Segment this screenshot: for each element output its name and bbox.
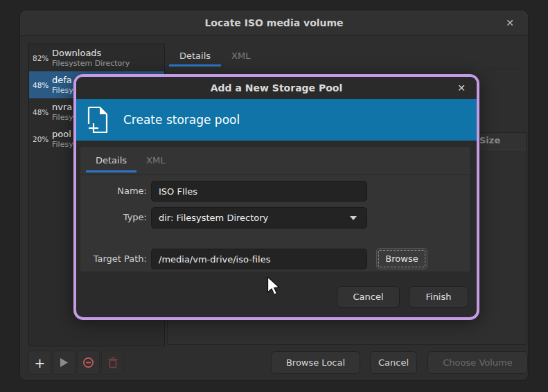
window-titlebar[interactable]: Locate ISO media volume ✕ [20,10,528,36]
pool-type: Filesy [52,113,73,122]
name-input[interactable] [151,181,367,202]
pool-usage-percent: 82% [33,54,52,62]
type-dropdown[interactable]: dir: Filesystem Directory [151,207,367,229]
window-title: Locate ISO media volume [204,17,343,28]
pool-name: pool [52,129,73,140]
pool-usage-percent: 48% [33,81,52,89]
tab-details[interactable]: Details [169,44,221,66]
pool-usage-percent: 20% [33,135,52,143]
dialog-cancel-label: Cancel [353,292,383,302]
plus-icon: + [35,355,46,371]
choose-volume-button[interactable]: Choose Volume [427,351,528,374]
tab-details[interactable]: Details [86,147,136,172]
pool-name: nvra [52,102,73,113]
dialog-title: Add a New Storage Pool [211,82,343,93]
new-document-icon [86,105,109,134]
chevron-down-icon [350,216,357,220]
target-path-input[interactable] [151,249,367,269]
name-label: Name: [80,186,147,196]
pool-name: defa [52,75,73,86]
create-pool-banner: Create storage pool [76,99,477,141]
cancel-label: Cancel [378,357,409,368]
banner-title: Create storage pool [123,113,240,127]
dialog-finish-label: Finish [425,292,451,302]
pool-type: Filesy [52,86,73,95]
delete-pool-button[interactable] [101,350,124,375]
size-column-header[interactable]: Size [479,135,500,145]
trash-icon [107,357,118,368]
target-path-label: Target Path: [78,253,147,264]
dialog-finish-button[interactable]: Finish [409,286,468,308]
pool-name: Downloads [52,48,130,59]
browse-label: Browse [385,253,418,264]
type-label: Type: [80,212,147,222]
stop-pool-button[interactable] [77,350,100,375]
pool-details-tabbar: DetailsXML [167,44,527,69]
stop-circle-icon [82,357,94,368]
start-pool-button[interactable] [53,350,76,375]
tab-xml[interactable]: XML [136,147,175,172]
browse-button[interactable]: Browse [376,248,427,269]
pool-list-item[interactable]: 82%DownloadsFilesystem Directory [29,44,164,71]
pool-type: Filesy [52,140,73,149]
add-storage-pool-dialog: Add a New Storage Pool ✕ Create storage … [73,74,479,320]
dialog-close-icon[interactable]: ✕ [457,82,466,93]
window-close-icon[interactable]: ✕ [506,17,514,28]
pool-type: Filesystem Directory [52,59,130,68]
browse-local-button[interactable]: Browse Local [271,351,360,374]
add-pool-button[interactable]: + [28,350,51,375]
dialog-cancel-button[interactable]: Cancel [337,286,400,308]
dialog-form-panel: DetailsXML Name: Type: dir: Filesystem D… [80,147,470,271]
pool-usage-percent: 48% [33,108,52,116]
tab-xml[interactable]: XML [221,44,260,66]
play-icon [60,357,69,368]
dialog-titlebar[interactable]: Add a New Storage Pool ✕ [76,77,477,99]
browse-local-label: Browse Local [286,357,345,368]
type-value: dir: Filesystem Directory [159,213,268,223]
cancel-button[interactable]: Cancel [370,351,417,374]
dialog-tabbar: DetailsXML [80,147,470,175]
choose-volume-label: Choose Volume [443,357,512,368]
